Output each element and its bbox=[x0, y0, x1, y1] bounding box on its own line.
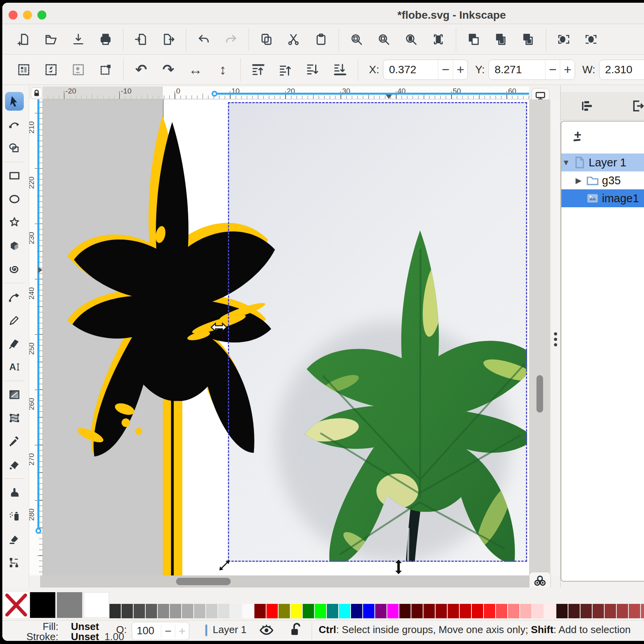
new-document-button[interactable] bbox=[15, 31, 32, 48]
image-label[interactable]: image1 bbox=[602, 192, 639, 205]
box3d-tool[interactable] bbox=[5, 236, 24, 255]
gradient-tool[interactable] bbox=[5, 385, 24, 404]
opacity-increment-button[interactable]: + bbox=[175, 625, 189, 638]
y-field[interactable]: 8.271 −+ bbox=[489, 60, 575, 80]
pen-tool[interactable] bbox=[5, 288, 24, 306]
paint-bucket-tool[interactable] bbox=[5, 455, 24, 474]
palette-swatch[interactable] bbox=[568, 604, 580, 618]
palette-swatch[interactable] bbox=[291, 604, 302, 618]
layer-row-layer1[interactable]: ▼ Layer 1 bbox=[561, 154, 644, 171]
eraser-tool[interactable] bbox=[5, 530, 24, 549]
zoom-drawing-button[interactable] bbox=[375, 31, 392, 48]
palette-swatch[interactable] bbox=[641, 604, 644, 618]
palette-swatch[interactable] bbox=[496, 604, 507, 618]
palette-swatch[interactable] bbox=[605, 604, 616, 618]
zoom-page-width-button[interactable] bbox=[430, 31, 447, 48]
palette-swatch[interactable] bbox=[303, 604, 314, 618]
x-value[interactable]: 0.372 bbox=[383, 64, 438, 76]
horizontal-scrollbar[interactable] bbox=[40, 575, 529, 588]
pencil-tool[interactable] bbox=[5, 311, 24, 330]
shape-builder-tool[interactable] bbox=[5, 139, 24, 157]
scale-handle-left[interactable] bbox=[210, 321, 228, 333]
y-decrement-button[interactable]: − bbox=[545, 60, 560, 79]
undo-button[interactable] bbox=[195, 31, 212, 48]
palette-swatch[interactable] bbox=[544, 604, 556, 618]
palette-swatch[interactable] bbox=[206, 604, 217, 618]
palette-swatch[interactable] bbox=[448, 604, 459, 618]
objects-list-icon[interactable] bbox=[581, 100, 594, 112]
export-button[interactable] bbox=[160, 31, 177, 48]
palette-swatch[interactable] bbox=[242, 604, 254, 618]
palette-swatch[interactable] bbox=[617, 604, 628, 618]
palette-swatch[interactable] bbox=[580, 604, 592, 618]
palette-swatch[interactable] bbox=[218, 604, 229, 618]
current-layer-label[interactable]: Layer 1 bbox=[213, 624, 247, 636]
palette-none-swatch[interactable] bbox=[4, 592, 28, 618]
close-window-button[interactable] bbox=[9, 11, 18, 19]
flip-horizontal-button[interactable]: ↔ bbox=[187, 61, 204, 78]
palette-swatch[interactable] bbox=[327, 604, 338, 618]
add-layer-button[interactable] bbox=[572, 130, 584, 143]
horizontal-scrollbar-thumb[interactable] bbox=[176, 578, 231, 585]
layer-row-g35[interactable]: ▶ g35 bbox=[561, 171, 644, 189]
mesh-gradient-tool[interactable] bbox=[5, 409, 24, 427]
opacity-decrement-button[interactable]: − bbox=[161, 625, 175, 638]
y-increment-button[interactable]: + bbox=[560, 60, 575, 79]
layer-label[interactable]: Layer 1 bbox=[589, 156, 626, 169]
deselect-button[interactable] bbox=[70, 61, 87, 78]
scale-handle-bottom[interactable] bbox=[393, 558, 404, 575]
zoom-window-button[interactable] bbox=[37, 11, 46, 19]
palette-swatch[interactable] bbox=[363, 604, 374, 618]
palette-swatch[interactable] bbox=[593, 604, 604, 618]
text-tool[interactable]: A bbox=[5, 358, 24, 376]
raise-to-top-button[interactable] bbox=[250, 61, 267, 78]
x-field[interactable]: 0.372 −+ bbox=[383, 60, 468, 80]
palette-swatch[interactable] bbox=[122, 604, 133, 618]
palette-swatch[interactable] bbox=[158, 604, 169, 618]
horizontal-ruler[interactable]: -20-100102030405060 bbox=[43, 86, 529, 99]
x-decrement-button[interactable]: − bbox=[438, 60, 453, 79]
palette-swatch[interactable] bbox=[387, 604, 399, 618]
expand-triangle-icon[interactable]: ▼ bbox=[561, 158, 571, 167]
dropper-tool[interactable] bbox=[5, 432, 24, 451]
select-all-layers-button[interactable] bbox=[42, 61, 60, 78]
palette-swatch[interactable] bbox=[472, 604, 483, 618]
group-label[interactable]: g35 bbox=[602, 174, 621, 187]
palette-swatch[interactable] bbox=[230, 604, 242, 618]
spray-tool[interactable] bbox=[5, 506, 24, 525]
connector-tool[interactable] bbox=[5, 553, 24, 572]
y-value[interactable]: 8.271 bbox=[489, 64, 545, 76]
import-button[interactable] bbox=[132, 31, 150, 48]
palette-swatch[interactable] bbox=[629, 604, 640, 618]
palette-swatch[interactable] bbox=[423, 604, 435, 618]
vertical-scrollbar-thumb[interactable] bbox=[536, 375, 543, 413]
palette-swatch[interactable] bbox=[460, 604, 471, 618]
ungroup-button[interactable] bbox=[582, 31, 600, 48]
palette-swatch[interactable] bbox=[194, 604, 205, 618]
palette-big-swatch[interactable] bbox=[57, 592, 82, 618]
palette-swatch[interactable] bbox=[436, 604, 447, 618]
redo-button[interactable] bbox=[222, 31, 240, 48]
layer-row-image1[interactable]: image1 bbox=[561, 189, 644, 207]
duplicate-button[interactable] bbox=[465, 31, 482, 48]
select-all-button[interactable] bbox=[15, 61, 32, 78]
palette-swatch[interactable] bbox=[315, 604, 326, 618]
layer-visibility-toggle[interactable] bbox=[259, 622, 274, 636]
palette-swatch[interactable] bbox=[556, 604, 568, 618]
panel-export-icon[interactable] bbox=[632, 100, 644, 112]
selector-tool[interactable] bbox=[5, 92, 24, 111]
calligraphy-tool[interactable] bbox=[5, 334, 24, 353]
palette-swatch[interactable] bbox=[182, 604, 193, 618]
paste-button[interactable] bbox=[312, 31, 330, 48]
layer-lock-toggle[interactable] bbox=[289, 623, 302, 637]
copy-button[interactable] bbox=[258, 31, 275, 48]
palette-swatch[interactable] bbox=[109, 604, 121, 618]
collapsed-triangle-icon[interactable]: ▶ bbox=[574, 176, 583, 185]
palette-swatch[interactable] bbox=[375, 604, 386, 618]
scale-handle-corner[interactable] bbox=[215, 558, 229, 572]
lower-to-bottom-button[interactable] bbox=[332, 61, 349, 78]
open-document-button[interactable] bbox=[42, 31, 60, 48]
tweak-tool[interactable] bbox=[5, 483, 24, 502]
create-clone-button[interactable] bbox=[492, 31, 510, 48]
unlink-clone-button[interactable] bbox=[520, 31, 537, 48]
